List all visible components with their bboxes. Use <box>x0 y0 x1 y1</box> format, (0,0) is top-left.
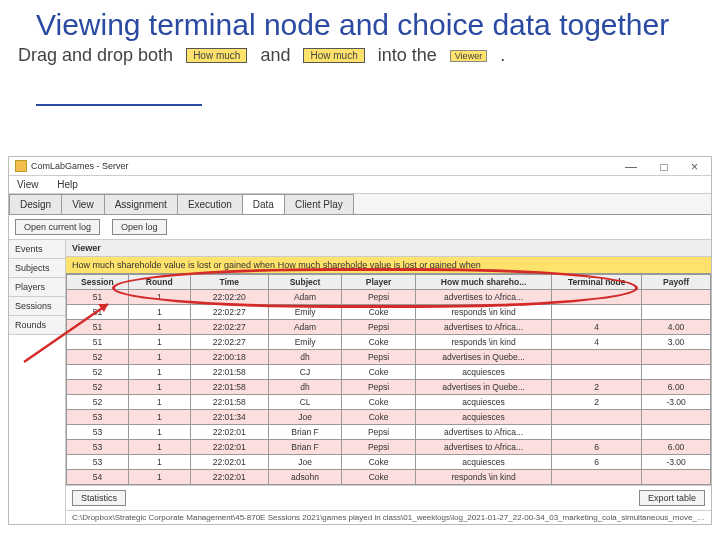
cell <box>642 470 711 485</box>
cell <box>552 350 642 365</box>
cell: Adam <box>268 290 342 305</box>
cell: 1 <box>128 455 190 470</box>
data-table: SessionRoundTimeSubjectPlayerHow much sh… <box>66 274 711 485</box>
cell: 52 <box>67 350 129 365</box>
cell: advertises to Africa... <box>415 440 552 455</box>
col-header[interactable]: Player <box>342 275 416 290</box>
cell: responds \in kind <box>415 305 552 320</box>
cell: Emily <box>268 335 342 350</box>
statistics-button[interactable]: Statistics <box>72 490 126 506</box>
cell: Pepsi <box>342 320 416 335</box>
table-row[interactable]: 53122:02:01Brian FPepsiadvertises to Afr… <box>67 440 711 455</box>
cell: 22:02:27 <box>190 305 268 320</box>
cell: Pepsi <box>342 350 416 365</box>
sidebar-item-events[interactable]: Events <box>9 240 65 259</box>
cell: dh <box>268 350 342 365</box>
table-row[interactable]: 54122:02:01adsohnCokeresponds \in kind <box>67 470 711 485</box>
app-window: ComLabGames - Server View Help DesignVie… <box>8 156 712 525</box>
cell: 53 <box>67 455 129 470</box>
col-header[interactable]: Subject <box>268 275 342 290</box>
cell: acquiesces <box>415 410 552 425</box>
table-row[interactable]: 52122:01:58CJCokeacquiesces <box>67 365 711 380</box>
col-header[interactable]: Terminal node <box>552 275 642 290</box>
sidebar-item-rounds[interactable]: Rounds <box>9 316 65 335</box>
cell: 1 <box>128 395 190 410</box>
cell: Coke <box>342 455 416 470</box>
cell: 22:02:20 <box>190 290 268 305</box>
tab-data[interactable]: Data <box>242 194 285 214</box>
cell: 6 <box>552 455 642 470</box>
cell: responds \in kind <box>415 335 552 350</box>
col-header[interactable]: Payoff <box>642 275 711 290</box>
cell <box>552 290 642 305</box>
table-row[interactable]: 53122:02:01JoeCokeacquiesces6-3.00 <box>67 455 711 470</box>
cell: Emily <box>268 305 342 320</box>
cell: dh <box>268 380 342 395</box>
cell <box>552 365 642 380</box>
col-header[interactable]: Time <box>190 275 268 290</box>
tab-design[interactable]: Design <box>9 194 62 214</box>
cell: 22:01:58 <box>190 365 268 380</box>
cell: Joe <box>268 410 342 425</box>
table-row[interactable]: 51122:02:27AdamPepsiadvertises to Africa… <box>67 320 711 335</box>
cell <box>642 425 711 440</box>
tab-client-play[interactable]: Client Play <box>284 194 354 214</box>
cell: 22:00:18 <box>190 350 268 365</box>
cell: Joe <box>268 455 342 470</box>
menu-help[interactable]: Help <box>57 179 78 190</box>
cell: 1 <box>128 350 190 365</box>
table-row[interactable]: 53122:02:01Brian FPepsiadvertises to Afr… <box>67 425 711 440</box>
tab-view[interactable]: View <box>61 194 105 214</box>
sidebar-item-subjects[interactable]: Subjects <box>9 259 65 278</box>
cell: 2 <box>552 380 642 395</box>
cell: 22:01:58 <box>190 395 268 410</box>
table-row[interactable]: 52122:00:18dhPepsiadvertises in Quebe... <box>67 350 711 365</box>
chip-how-much-2: How much <box>303 48 364 63</box>
window-controls[interactable]: — □ × <box>625 160 708 174</box>
table-row[interactable]: 51122:02:27EmilyCokeresponds \in kind43.… <box>67 335 711 350</box>
sidebar-item-players[interactable]: Players <box>9 278 65 297</box>
sidebar-item-sessions[interactable]: Sessions <box>9 297 65 316</box>
table-row[interactable]: 53122:01:34JoeCokeacquiesces <box>67 410 711 425</box>
cell: responds \in kind <box>415 470 552 485</box>
tab-assignment[interactable]: Assignment <box>104 194 178 214</box>
cell: 6.00 <box>642 440 711 455</box>
toolbar: Open current log Open log <box>9 215 711 240</box>
cell: advertises in Quebe... <box>415 350 552 365</box>
cell: Coke <box>342 335 416 350</box>
cell: 51 <box>67 290 129 305</box>
cell: CL <box>268 395 342 410</box>
cell: Coke <box>342 470 416 485</box>
cell: Coke <box>342 410 416 425</box>
col-header[interactable]: Round <box>128 275 190 290</box>
cell: 22:01:58 <box>190 380 268 395</box>
menu-view[interactable]: View <box>17 179 39 190</box>
tab-execution[interactable]: Execution <box>177 194 243 214</box>
cell: 53 <box>67 410 129 425</box>
table-row[interactable]: 52122:01:58CLCokeacquiesces2-3.00 <box>67 395 711 410</box>
table-row[interactable]: 52122:01:58dhPepsiadvertises in Quebe...… <box>67 380 711 395</box>
col-header[interactable]: Session <box>67 275 129 290</box>
cell: Pepsi <box>342 440 416 455</box>
export-table-button[interactable]: Export table <box>639 490 705 506</box>
open-log-button[interactable]: Open log <box>112 219 167 235</box>
cell: 22:02:01 <box>190 470 268 485</box>
cell: advertises to Africa... <box>415 290 552 305</box>
cell: 1 <box>128 380 190 395</box>
open-current-log-button[interactable]: Open current log <box>15 219 100 235</box>
cell: 22:02:01 <box>190 455 268 470</box>
cell: 52 <box>67 380 129 395</box>
table-row[interactable]: 51122:02:27EmilyCokeresponds \in kind <box>67 305 711 320</box>
sidebar: EventsSubjectsPlayersSessionsRounds <box>9 240 66 524</box>
col-header[interactable]: How much shareho... <box>415 275 552 290</box>
cell: 4 <box>552 335 642 350</box>
table-row[interactable]: 51122:02:20AdamPepsiadvertises to Africa… <box>67 290 711 305</box>
cell <box>642 305 711 320</box>
table-footer: Statistics Export table <box>66 485 711 510</box>
cell: 1 <box>128 440 190 455</box>
viewer-drop-bar[interactable]: How much shareholde value is lost or gai… <box>66 257 711 274</box>
app-icon <box>15 160 27 172</box>
cell <box>642 350 711 365</box>
cell: 1 <box>128 305 190 320</box>
cell: Brian F <box>268 425 342 440</box>
